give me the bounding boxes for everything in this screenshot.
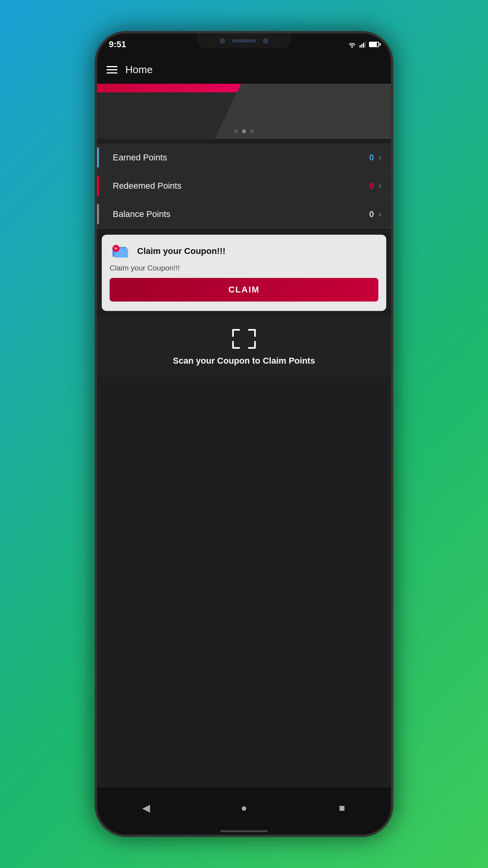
- phone-frame: 9:51 Home: [95, 31, 393, 837]
- redeemed-chevron-icon: ›: [379, 181, 382, 191]
- signal-icon: [360, 41, 366, 48]
- coupon-icon: %: [110, 243, 131, 260]
- wifi-icon: [348, 41, 356, 48]
- coupon-header: % Claim your Coupon!!!: [110, 243, 378, 260]
- earned-chevron-icon: ›: [379, 153, 382, 163]
- home-indicator: [220, 830, 268, 832]
- camera-right: [263, 38, 268, 44]
- svg-rect-2: [363, 43, 364, 48]
- points-section: Earned Points 0 › Redeemed Points 0 › Ba…: [97, 143, 391, 228]
- content-area: Earned Points 0 › Redeemed Points 0 › Ba…: [97, 84, 391, 787]
- svg-text:%: %: [114, 246, 117, 250]
- dot-1: [234, 129, 238, 133]
- balance-points-value: 0: [369, 209, 374, 219]
- phone-notch: [197, 33, 291, 48]
- claim-button[interactable]: CLAIM: [110, 278, 378, 302]
- bottom-nav: ◀ ● ■: [97, 787, 391, 835]
- scan-text: Scan your Coupon to Claim Points: [173, 356, 315, 366]
- recents-button[interactable]: ■: [330, 796, 354, 820]
- back-button[interactable]: ◀: [134, 796, 158, 820]
- svg-rect-3: [365, 41, 366, 48]
- redeemed-points-label: Redeemed Points: [106, 181, 369, 191]
- earned-points-row[interactable]: Earned Points 0 ›: [97, 143, 391, 172]
- coupon-title: Claim your Coupon!!!: [137, 246, 226, 256]
- camera-left: [220, 38, 225, 44]
- banner-strip: [97, 84, 259, 92]
- menu-button[interactable]: [106, 66, 117, 74]
- dot-2: [242, 129, 246, 133]
- app-title: Home: [125, 64, 152, 76]
- balance-points-label: Balance Points: [106, 209, 369, 219]
- status-time: 9:51: [109, 39, 126, 50]
- redeemed-points-value: 0: [369, 181, 374, 191]
- balance-points-row[interactable]: Balance Points 0 ›: [97, 200, 391, 228]
- svg-rect-1: [361, 44, 363, 48]
- scan-icon: [231, 328, 257, 349]
- status-icons: [348, 41, 379, 48]
- earned-points-value: 0: [369, 153, 374, 163]
- balance-chevron-icon: ›: [379, 209, 382, 219]
- banner-dots: [234, 129, 254, 133]
- speaker: [232, 39, 256, 42]
- scan-section: Scan your Coupon to Claim Points: [97, 317, 391, 377]
- home-button[interactable]: ●: [232, 796, 256, 820]
- coupon-subtitle: Claim your Coupon!!!: [110, 264, 378, 272]
- svg-rect-0: [360, 45, 361, 48]
- app-bar: Home: [97, 55, 391, 84]
- banner-section: [97, 84, 391, 139]
- coupon-card: % Claim your Coupon!!! Claim your Coupon…: [102, 235, 386, 311]
- redeemed-points-row[interactable]: Redeemed Points 0 ›: [97, 172, 391, 200]
- dot-3: [250, 129, 254, 133]
- earned-points-label: Earned Points: [106, 153, 369, 163]
- battery-icon: [369, 42, 379, 47]
